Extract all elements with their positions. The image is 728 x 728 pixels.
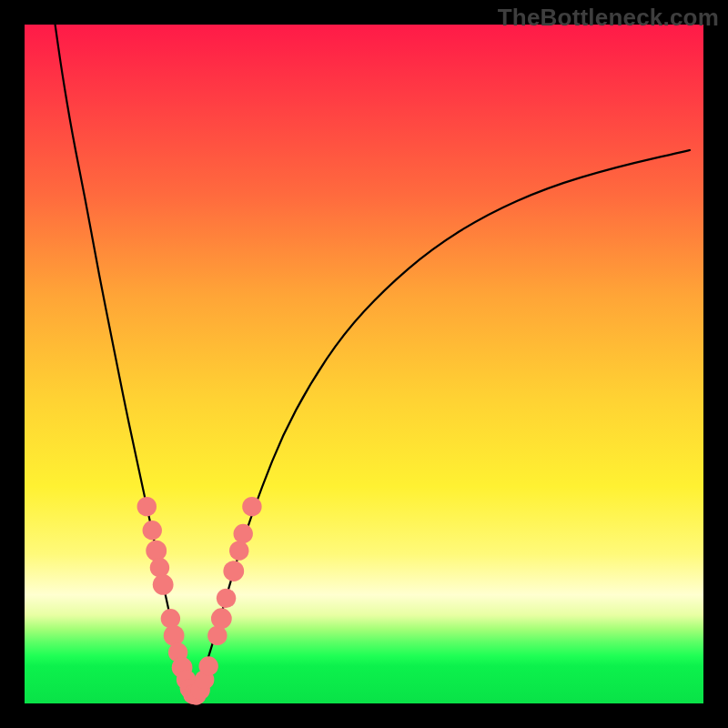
plot-area [25, 25, 703, 703]
data-marker [161, 609, 180, 628]
curve-markers [137, 497, 262, 705]
data-marker [164, 625, 185, 646]
curve-lines [56, 25, 691, 697]
watermark-text: TheBottleneck.com [498, 4, 719, 32]
data-marker [137, 497, 157, 516]
curve-left-branch [56, 25, 195, 697]
data-marker [223, 561, 244, 581]
data-marker [229, 541, 248, 560]
data-marker [217, 589, 236, 608]
data-marker [242, 497, 261, 516]
data-marker [234, 524, 253, 543]
data-marker [211, 608, 232, 629]
curve-right-branch [195, 150, 691, 697]
chart-frame: TheBottleneck.com [0, 0, 728, 728]
data-marker [207, 626, 227, 645]
data-marker [198, 656, 217, 675]
chart-svg [25, 25, 703, 703]
data-marker [153, 574, 174, 595]
data-marker [146, 541, 167, 561]
data-marker [150, 558, 169, 577]
data-marker [143, 521, 162, 540]
